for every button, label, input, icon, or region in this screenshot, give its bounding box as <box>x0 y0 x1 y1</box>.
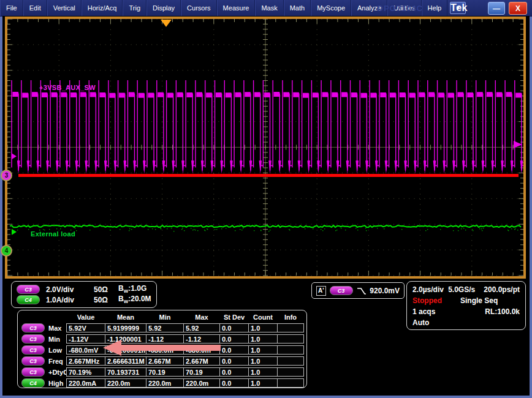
tek-logo: Tek <box>450 2 468 13</box>
col-stdev: St Dev <box>219 312 249 321</box>
cell-min: 220.0m <box>146 378 184 388</box>
measurement-name: Freq <box>48 358 63 365</box>
ch3-badge: C3 <box>17 285 40 294</box>
acq-count: 1 acqs <box>412 306 485 317</box>
menu-help[interactable]: Help <box>422 0 448 16</box>
cell-max: 5.92 <box>183 323 220 332</box>
cell-count: 1.0 <box>248 345 278 355</box>
col-mean: Mean <box>105 312 146 321</box>
measurement-name: High <box>48 380 63 387</box>
record-length: RL:100.0k <box>485 306 520 317</box>
ch3-ground-marker[interactable]: 3 <box>1 170 12 181</box>
cell-max: -1.12 <box>183 334 220 344</box>
cell-stdev: 0.0 <box>219 323 249 332</box>
col-min: Min <box>146 312 184 321</box>
acq-status: Stopped <box>412 295 460 306</box>
col-max: Max <box>183 312 220 321</box>
trigger-source-badge: C3 <box>330 286 353 295</box>
oscilloscope-app: { "window": { "watermark": "DPO7104C", "… <box>0 0 532 398</box>
trigger-readout-panel[interactable]: A' C3 920.0mV <box>311 282 405 299</box>
ch4-trace-label: External load <box>31 230 75 238</box>
cell-value: 2.667MHz <box>66 356 105 366</box>
cell-min: 70.19 <box>146 367 184 377</box>
measurement-row-max[interactable]: C3Max 5.92V 5.9199999 5.92 5.92 0.0 1.0 <box>20 323 306 333</box>
menu-measure[interactable]: Measure <box>217 0 256 16</box>
row-channel-badge: C3 <box>21 323 45 332</box>
cell-value: 70.19% <box>66 367 105 377</box>
timebase-panel: 2.0µs/div 5.0GS/s 200.0ps/pt Stopped Sin… <box>406 281 526 330</box>
menu-edit[interactable]: Edit <box>23 0 47 16</box>
acq-mode: Single Seq <box>460 295 498 306</box>
menu-trig[interactable]: Trig <box>123 0 146 16</box>
measurement-row-dtycyc[interactable]: C3+DtyCyc 70.19% 70.193731 70.19 70.19 0… <box>20 367 306 377</box>
measurement-name: Min <box>48 336 60 343</box>
cell-count: 1.0 <box>248 378 278 388</box>
ch4-badge: C4 <box>17 295 40 304</box>
row-channel-badge: C3 <box>21 356 45 366</box>
ch3-scale: 2.0V/div <box>46 285 94 294</box>
measurement-row-low[interactable]: C3Low -680.0mV -680.00001m -680.0m -680.… <box>20 345 306 355</box>
menu-file[interactable]: File <box>0 0 23 16</box>
menu-display[interactable]: Display <box>146 0 181 16</box>
cell-mean: 220.0m <box>105 378 146 388</box>
menu-vertical[interactable]: Vertical <box>47 0 82 16</box>
measurement-panel: Value Mean Min Max St Dev Count Info C3M… <box>17 310 307 388</box>
ch4-bandwidth: BW:20.0M <box>118 295 151 304</box>
ch3-bandwidth: BW:1.0G <box>118 284 146 294</box>
ch4-impedance: 50Ω <box>94 296 118 304</box>
cell-min: -1.12 <box>146 334 184 344</box>
trigger-mode: Auto <box>412 317 429 328</box>
ch3-impedance: 50Ω <box>94 285 118 294</box>
measurement-row-freq[interactable]: C3Freq 2.667MHz 2.6666311M 2.667M 2.667M… <box>20 356 306 366</box>
cell-max: -680.0m <box>183 345 220 355</box>
cell-max: 220.0m <box>183 378 220 388</box>
red-reference-line-annotation <box>18 174 519 177</box>
ch3-readout-row[interactable]: C3 2.0V/div 50Ω BW:1.0G <box>17 284 151 295</box>
row-channel-badge: C3 <box>21 334 45 344</box>
cell-min: 5.92 <box>146 323 184 332</box>
cell-value: -1.12V <box>66 334 105 344</box>
falling-edge-icon <box>357 287 367 295</box>
cell-info <box>277 378 304 388</box>
sample-rate: 5.0GS/s <box>448 284 484 295</box>
cell-count: 1.0 <box>248 334 278 344</box>
cell-value: -680.0mV <box>66 345 105 355</box>
measurement-name: Max <box>48 325 61 332</box>
cell-max: 70.19 <box>183 367 220 377</box>
trigger-a-badge: A' <box>316 286 326 296</box>
col-count: Count <box>248 312 278 321</box>
cell-mean: 2.6666311M <box>105 356 146 366</box>
ch4-scale: 1.0A/div <box>46 296 94 304</box>
menu-horiz-acq[interactable]: Horiz/Acq <box>82 0 123 16</box>
menu-mask[interactable]: Mask <box>255 0 283 16</box>
cell-count: 1.0 <box>248 356 278 366</box>
cell-stdev: 0.0 <box>219 356 249 366</box>
cell-mean: -680.00001m <box>105 345 146 355</box>
timebase-scale: 2.0µs/div <box>412 284 448 295</box>
menu-myscope[interactable]: MyScope <box>311 0 351 16</box>
measurement-row-high[interactable]: C4High 220.0mA 220.0m 220.0m 220.0m 0.0 … <box>20 378 306 388</box>
close-button[interactable]: X <box>509 2 527 15</box>
cell-info <box>277 345 304 355</box>
trigger-level-value: 920.0mV <box>370 287 400 295</box>
cell-value: 220.0mA <box>66 378 105 388</box>
menu-math[interactable]: Math <box>284 0 311 16</box>
model-watermark: DPO7104C <box>378 4 423 13</box>
cell-mean: 70.193731 <box>105 367 146 377</box>
cell-count: 1.0 <box>248 367 278 377</box>
cell-stdev: 0.0 <box>219 367 249 377</box>
measurement-row-min[interactable]: C3Min -1.12V -1.1200001 -1.12 -1.12 0.0 … <box>20 334 306 344</box>
ch4-readout-row[interactable]: C4 1.0A/div 50Ω BW:20.0M <box>17 295 151 305</box>
ch3-trace-label: +3VSB_AUX_SW <box>39 84 96 91</box>
menu-cursors[interactable]: Cursors <box>181 0 217 16</box>
cell-max: 2.667M <box>183 356 220 366</box>
measurement-name: Low <box>48 347 62 354</box>
col-info: Info <box>277 312 304 321</box>
cell-info <box>277 323 304 332</box>
cell-stdev: 0.0 <box>219 334 249 344</box>
cell-stdev: 0.0 <box>219 345 249 355</box>
minimize-button[interactable]: — <box>488 2 505 15</box>
ch4-ground-marker[interactable]: 4 <box>1 245 12 257</box>
col-value: Value <box>66 312 105 321</box>
cell-stdev: 0.0 <box>219 378 249 388</box>
